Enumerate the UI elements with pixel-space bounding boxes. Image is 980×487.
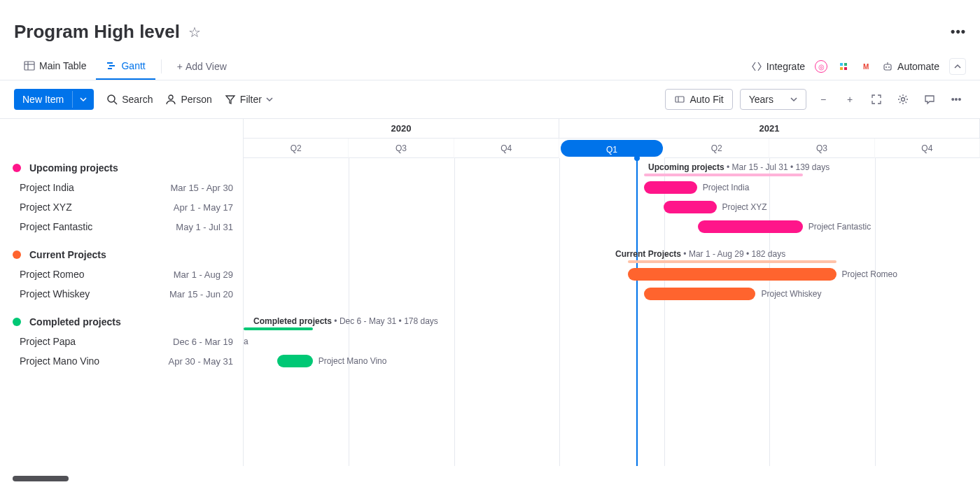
gantt-icon (106, 60, 117, 71)
gantt-chart-area[interactable]: 20202021 Q2Q3Q4Q1Q2Q3Q4 Upcoming project… (244, 119, 980, 466)
gantt-bar-label: a (244, 337, 248, 346)
filter-button[interactable]: Filter (225, 94, 273, 105)
chat-icon (924, 94, 935, 105)
gantt-bar[interactable] (664, 201, 717, 213)
svg-rect-3 (107, 62, 113, 64)
gantt-bar-label: Project Fantastic (808, 222, 871, 232)
group-header[interactable]: Completed projects (0, 312, 243, 332)
plus-icon: + (177, 61, 183, 72)
zoom-in-button[interactable]: + (840, 90, 860, 109)
list-item[interactable]: Project PapaDec 6 - Mar 19 (0, 332, 243, 351)
group-name: Completed projects (29, 316, 121, 327)
group-name: Upcoming projects (29, 162, 118, 174)
list-item[interactable]: Project FantasticMay 1 - Jul 31 (0, 217, 243, 237)
quarter-header: Q4 (875, 139, 980, 158)
gantt-bar[interactable] (644, 181, 697, 194)
expand-icon (871, 94, 882, 105)
svg-rect-8 (840, 67, 843, 70)
svg-point-16 (169, 95, 173, 99)
svg-line-15 (114, 101, 117, 104)
gantt-sidebar: Upcoming projects Project IndiaMar 15 - … (0, 119, 244, 466)
svg-point-11 (886, 66, 887, 68)
add-view-button[interactable]: + Add View (167, 54, 237, 79)
tab-gantt[interactable]: Gantt (96, 53, 155, 80)
auto-fit-button[interactable]: Auto Fit (665, 89, 732, 110)
gear-icon (897, 94, 909, 105)
group-summary-label: Current Projects • Mar 1 - Aug 29 • 182 … (615, 249, 785, 259)
item-name: Project Fantastic (20, 221, 92, 232)
integration-app-icon-3[interactable]: M (860, 60, 872, 73)
favorite-star-icon[interactable]: ☆ (188, 24, 201, 41)
gantt-bar[interactable] (698, 220, 803, 233)
timescale-label: Years (749, 94, 774, 105)
item-name: Project XYZ (20, 202, 72, 213)
svg-rect-7 (844, 63, 847, 66)
list-item[interactable]: Project XYZApr 1 - May 17 (0, 197, 243, 217)
new-item-label: New Item (14, 89, 72, 110)
automate-button[interactable]: Automate (882, 61, 939, 72)
person-filter-button[interactable]: Person (165, 94, 211, 105)
zoom-out-button[interactable]: − (813, 90, 833, 109)
chevron-down-icon (790, 96, 797, 103)
svg-point-14 (108, 95, 115, 102)
chevron-up-icon (954, 63, 961, 70)
year-header: 2020 (244, 119, 559, 138)
person-label: Person (181, 94, 211, 105)
gantt-bar[interactable] (644, 288, 755, 300)
person-icon (165, 94, 176, 105)
quarter-header: Q3 (769, 139, 874, 158)
table-icon (24, 60, 35, 71)
integrate-button[interactable]: Integrate (751, 61, 805, 72)
automate-label: Automate (897, 61, 939, 72)
fullscreen-button[interactable] (867, 90, 886, 109)
search-button[interactable]: Search (106, 94, 153, 105)
svg-rect-17 (676, 97, 684, 102)
collapse-panel-button[interactable] (949, 58, 966, 75)
header-more-icon[interactable]: ••• (951, 24, 966, 39)
scrollbar-handle[interactable] (13, 476, 69, 481)
integration-app-icon-1[interactable]: ◎ (815, 60, 827, 73)
page-title: Program High level (14, 21, 180, 43)
group-header[interactable]: Current Projects (0, 245, 243, 264)
tab-main-table-label: Main Table (39, 60, 86, 71)
group-summary-label: Completed projects • Dec 6 - May 31 • 17… (253, 316, 438, 326)
integrate-icon (751, 61, 762, 72)
comment-button[interactable] (920, 90, 939, 109)
gantt-bar-label: Project XYZ (722, 202, 767, 212)
new-item-caret[interactable] (72, 91, 94, 108)
item-dates: May 1 - Jul 31 (176, 222, 233, 232)
quarter-header: Q2 (664, 139, 769, 158)
item-dates: Mar 15 - Jun 20 (169, 289, 233, 299)
settings-button[interactable] (893, 90, 913, 109)
list-item[interactable]: Project RomeoMar 1 - Aug 29 (0, 264, 243, 284)
tab-gantt-label: Gantt (121, 60, 145, 71)
list-item[interactable]: Project WhiskeyMar 15 - Jun 20 (0, 284, 243, 304)
item-dates: Mar 15 - Apr 30 (170, 183, 233, 193)
svg-rect-5 (108, 68, 112, 69)
integrate-label: Integrate (766, 61, 805, 72)
svg-rect-9 (844, 67, 847, 70)
group-color-dot (13, 250, 21, 259)
gantt-bar[interactable] (628, 268, 836, 281)
item-name: Project India (20, 182, 74, 193)
list-item[interactable]: Project IndiaMar 15 - Apr 30 (0, 178, 243, 197)
timescale-select[interactable]: Years (740, 89, 806, 110)
auto-fit-label: Auto Fit (690, 94, 723, 105)
chevron-down-icon (266, 96, 273, 103)
quarter-header: Q3 (349, 139, 454, 158)
integration-app-icon-2[interactable] (837, 60, 850, 73)
quarter-header: Q4 (454, 139, 559, 158)
toolbar-more-button[interactable]: ••• (946, 90, 966, 109)
new-item-button[interactable]: New Item (14, 89, 94, 110)
list-item[interactable]: Project Mano VinoApr 30 - May 31 (0, 351, 243, 371)
group-color-dot (13, 318, 21, 326)
autofit-icon (674, 94, 685, 105)
svg-rect-4 (109, 65, 115, 66)
group-header[interactable]: Upcoming projects (0, 158, 243, 178)
gantt-bar[interactable] (277, 355, 313, 367)
item-dates: Apr 1 - May 17 (174, 202, 233, 213)
filter-label: Filter (240, 94, 262, 105)
tab-main-table[interactable]: Main Table (14, 53, 96, 80)
separator (161, 59, 162, 73)
svg-rect-0 (24, 62, 34, 70)
